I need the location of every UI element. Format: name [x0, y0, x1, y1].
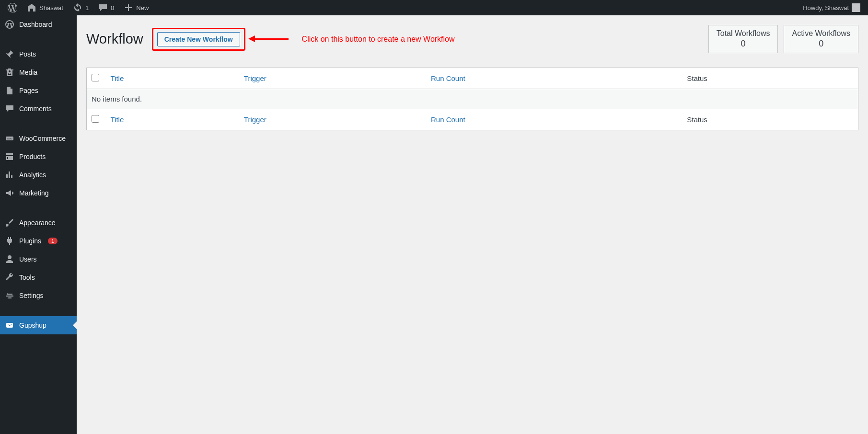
- table-foot: Title Trigger Run Count Status: [87, 109, 858, 130]
- sidebar-item-comments[interactable]: Comments: [0, 100, 77, 118]
- stat-active-workflows: Active Workflows 0: [784, 25, 858, 53]
- stat-boxes: Total Workflows 0 Active Workflows 0: [708, 25, 858, 53]
- sidebar-item-woocommerce[interactable]: woo WooCommerce: [0, 129, 77, 148]
- column-title-footer[interactable]: Title: [106, 109, 239, 130]
- sidebar-separator: [0, 118, 77, 129]
- media-icon: [5, 68, 14, 77]
- pin-icon: [5, 49, 14, 59]
- sidebar-item-pages[interactable]: Pages: [0, 81, 77, 100]
- stat-label: Total Workflows: [717, 29, 770, 38]
- new-label: New: [136, 4, 149, 11]
- site-name: Shaswat: [39, 4, 63, 11]
- sidebar-separator: [0, 34, 77, 45]
- woo-icon: woo: [5, 134, 14, 143]
- updates-link[interactable]: 1: [69, 0, 93, 15]
- arrow-head-icon: [248, 35, 255, 42]
- select-all-checkbox-footer[interactable]: [92, 115, 99, 123]
- select-all-checkbox[interactable]: [92, 74, 99, 81]
- stat-total-workflows: Total Workflows 0: [708, 25, 778, 53]
- sidebar-item-products[interactable]: Products: [0, 148, 77, 149]
- page-header: Workflow Create New Workflow Click on th…: [86, 25, 858, 53]
- sidebar-item-label: Media: [19, 69, 37, 76]
- annotation-text: Click on this button to create a new Wor…: [302, 35, 455, 44]
- sidebar-item-label: WooCommerce: [19, 135, 66, 142]
- column-title[interactable]: Title: [106, 68, 239, 89]
- toolbar-right: Howdy, Shaswat: [799, 0, 864, 15]
- sidebar-item-label: Pages: [19, 87, 38, 94]
- table-head: Title Trigger Run Count Status: [87, 68, 858, 89]
- create-workflow-button[interactable]: Create New Workflow: [157, 32, 240, 46]
- stat-label: Active Workflows: [792, 29, 850, 38]
- admin-toolbar: Shaswat 1 0 New Howdy, Shaswat: [0, 0, 868, 15]
- comment-icon: [98, 3, 108, 12]
- sidebar-item-label: Comments: [19, 105, 52, 113]
- empty-row: No items found.: [87, 89, 858, 109]
- plus-icon: [124, 3, 133, 12]
- admin-sidebar: Dashboard Posts Media Pages Comments woo…: [0, 15, 77, 149]
- comments-count: 0: [111, 4, 114, 11]
- sidebar-item-dashboard[interactable]: Dashboard: [0, 15, 77, 34]
- annotation-highlight: Create New Workflow: [152, 28, 245, 51]
- column-trigger-footer[interactable]: Trigger: [239, 109, 426, 130]
- dashboard-icon: [5, 20, 14, 29]
- svg-text:woo: woo: [6, 137, 12, 140]
- select-all-footer: [87, 109, 106, 130]
- column-run-count-footer[interactable]: Run Count: [426, 109, 682, 130]
- comments-link[interactable]: 0: [94, 0, 118, 15]
- updates-count: 1: [85, 4, 89, 11]
- empty-message: No items found.: [87, 89, 858, 109]
- howdy-text: Howdy, Shaswat: [803, 4, 849, 11]
- page-title: Workflow: [86, 31, 147, 47]
- workflow-table: Title Trigger Run Count Status No items …: [86, 68, 858, 130]
- avatar: [852, 3, 860, 12]
- toolbar-left: Shaswat 1 0 New: [4, 0, 152, 15]
- column-run-count[interactable]: Run Count: [426, 68, 682, 89]
- main-content: Workflow Create New Workflow Click on th…: [77, 15, 868, 149]
- table-body: No items found.: [87, 89, 858, 109]
- sidebar-item-posts[interactable]: Posts: [0, 45, 77, 63]
- refresh-icon: [73, 3, 82, 12]
- sidebar-item-label: Posts: [19, 50, 36, 58]
- wp-logo[interactable]: [4, 0, 21, 15]
- wordpress-icon: [8, 3, 17, 12]
- annotation-arrow: [255, 38, 289, 40]
- comments-icon: [5, 104, 14, 114]
- arrow-line: [255, 38, 289, 40]
- new-content-link[interactable]: New: [120, 0, 152, 15]
- home-icon: [27, 3, 36, 12]
- page-icon: [5, 86, 14, 95]
- sidebar-item-label: Dashboard: [19, 21, 52, 28]
- column-status-footer: Status: [682, 109, 858, 130]
- column-trigger[interactable]: Trigger: [239, 68, 426, 89]
- sidebar-item-media[interactable]: Media: [0, 63, 77, 81]
- account-link[interactable]: Howdy, Shaswat: [799, 0, 864, 15]
- column-status: Status: [682, 68, 858, 89]
- select-all-header: [87, 68, 106, 89]
- stat-value: 0: [792, 39, 850, 49]
- site-home-link[interactable]: Shaswat: [23, 0, 67, 15]
- stat-value: 0: [717, 39, 770, 49]
